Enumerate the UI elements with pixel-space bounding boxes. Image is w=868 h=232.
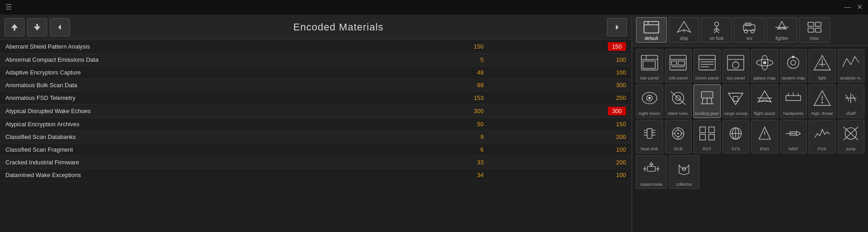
svg-rect-34 <box>672 61 677 65</box>
tab-misc[interactable]: misc <box>799 17 830 43</box>
default-icon <box>643 20 659 35</box>
grid-btn-galaxy-map[interactable]: galaxy map <box>751 49 778 83</box>
grid-btn-system-map[interactable]: system map <box>780 49 807 83</box>
title-bar-left: ☰ <box>5 4 12 11</box>
download-button[interactable] <box>27 18 47 36</box>
tab-fighter[interactable]: fighter <box>766 17 797 43</box>
night-vision-icon <box>638 87 661 110</box>
right-button[interactable] <box>607 18 627 36</box>
menu-button[interactable]: ☰ <box>5 4 12 11</box>
left-button[interactable] <box>50 18 70 36</box>
svg-marker-21 <box>778 21 786 29</box>
left-panel: Encoded Materials Aberrant Shield Patter… <box>0 15 632 232</box>
tab-ship[interactable]: ship <box>669 17 699 43</box>
grid-btn-scb[interactable]: SCB <box>665 120 692 153</box>
comm-panel-icon <box>695 51 719 74</box>
grid-btn-sys-panel[interactable]: sys panel <box>723 49 750 83</box>
table-row: Abnormal Compact Emissions Data 5 100 <box>0 54 631 66</box>
sys-panel-icon <box>724 51 747 74</box>
svg-rect-61 <box>701 92 713 98</box>
fss-icon <box>810 122 834 145</box>
tab-default[interactable]: default <box>636 17 667 43</box>
svg-point-49 <box>788 57 799 69</box>
minimize-button[interactable]: — <box>844 4 851 11</box>
grid-btn-comm-panel[interactable]: comm panel <box>693 49 721 83</box>
grid-btn-hardpoints[interactable]: hardpoints <box>780 84 807 118</box>
row-name: Anomalous Bulk Scan Data <box>0 79 408 92</box>
tab-default-label: default <box>645 36 658 41</box>
panel-title: Encoded Materials <box>73 21 604 33</box>
row-name: Abnormal Compact Emissions Data <box>0 54 408 66</box>
row-val1: 33 <box>408 156 489 169</box>
grid-label-light: light <box>818 76 826 80</box>
nav-panel-icon <box>638 51 661 74</box>
svg-marker-5 <box>616 25 619 30</box>
grid-btn-wep[interactable]: WEP <box>780 120 807 153</box>
light-icon <box>810 51 834 74</box>
grid-btn-landing-gear[interactable]: landing gear <box>693 84 721 118</box>
svg-line-62 <box>702 98 703 104</box>
grid-label-system-map: system map <box>782 76 805 80</box>
row-val2: 250 <box>489 92 631 104</box>
grid-label-analysis-m: analysis m. <box>840 76 862 80</box>
eng-icon <box>753 122 776 145</box>
svg-line-63 <box>711 98 712 104</box>
grid-btn-heat-sink[interactable]: heat sink <box>636 120 663 153</box>
row-val1: 300 <box>408 104 489 118</box>
upload-button[interactable] <box>5 18 24 36</box>
landing-gear-icon <box>695 87 719 110</box>
table-row: Anomalous Bulk Scan Data 89 300 <box>0 79 631 92</box>
row-val2: 100 <box>489 143 631 156</box>
grid-btn-chaff[interactable]: chaff <box>838 84 865 118</box>
tab-srv[interactable]: srv <box>734 17 765 43</box>
grid-label-chaff: chaff <box>846 111 855 116</box>
table-row: Classified Scan Databanks 9 200 <box>0 131 631 143</box>
svg-point-90 <box>677 133 679 134</box>
grid-btn-silent-runn[interactable]: silent runn. <box>665 84 692 118</box>
grid-btn-nav-panel[interactable]: nav panel <box>636 49 663 83</box>
grid-btn-rst[interactable]: RST <box>693 120 721 153</box>
grid-btn-high-threat[interactable]: high. threat <box>809 84 836 118</box>
grid-btn-supercruise[interactable]: supercruise <box>636 155 667 189</box>
grid-btn-eng[interactable]: ENG <box>751 120 778 153</box>
jump-icon <box>839 122 863 145</box>
grid-label-silent-runn: silent runn. <box>668 111 689 116</box>
row-val2: 150 <box>489 118 631 131</box>
grid-btn-role-panel[interactable]: role panel <box>665 49 692 83</box>
grid-btn-sys[interactable]: SYS <box>723 120 750 153</box>
grid-btn-cargo-scoop[interactable]: cargo scoop <box>723 84 750 118</box>
grid-label-galaxy-map: galaxy map <box>753 76 776 80</box>
svg-marker-4 <box>58 25 61 30</box>
close-button[interactable]: ✕ <box>857 4 863 11</box>
ship-icon <box>676 20 692 35</box>
grid-row-4: supercruise collector <box>636 155 864 189</box>
svg-line-107 <box>796 131 800 133</box>
grid-btn-fss[interactable]: FSS <box>809 120 836 153</box>
svg-rect-42 <box>727 55 744 70</box>
grid-btn-jump[interactable]: jump <box>838 120 865 153</box>
svg-line-108 <box>796 133 800 136</box>
grid-btn-flight-assist[interactable]: flight assist <box>751 84 778 118</box>
svg-marker-2 <box>34 26 41 30</box>
flight-assist-icon <box>753 87 776 110</box>
table-row: Adaptive Encryptors Capture 48 100 <box>0 66 631 79</box>
svg-point-11 <box>715 22 719 26</box>
row-val2-red: 300 <box>608 107 626 115</box>
grid-label-jump: jump <box>846 147 856 151</box>
grid-label-scb: SCB <box>674 147 683 151</box>
grid-label-sys: SYS <box>732 147 740 151</box>
high-threat-icon <box>810 87 834 110</box>
row-name: Adaptive Encryptors Capture <box>0 66 408 79</box>
grid-label-collector: collector <box>676 182 692 187</box>
analysis-m-icon <box>839 51 863 74</box>
grid-btn-night-vision[interactable]: night vision <box>636 84 663 118</box>
tab-on-foot[interactable]: on foot <box>701 17 732 43</box>
row-name: Cracked Industrial Firmware <box>0 156 408 169</box>
svg-rect-98 <box>708 134 714 140</box>
grid-btn-collector[interactable]: collector <box>669 155 699 189</box>
silent-runn-icon <box>666 87 690 110</box>
grid-btn-analysis-m[interactable]: analysis m. <box>838 49 865 83</box>
svg-point-57 <box>648 97 650 99</box>
grid-btn-light[interactable]: light <box>809 49 836 83</box>
svg-line-14 <box>717 28 719 30</box>
